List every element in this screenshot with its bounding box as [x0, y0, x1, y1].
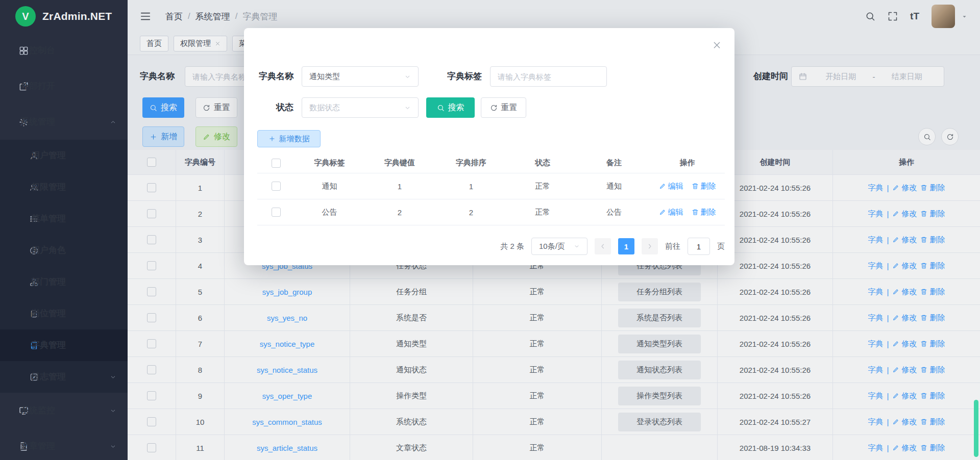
mth-1: 字典键值	[364, 158, 435, 168]
modal-edit-link[interactable]: 编辑	[659, 182, 683, 191]
goto-label: 前往	[665, 242, 680, 251]
modal-delete-label: 删除	[701, 208, 716, 217]
modal-table: 字典标签字典键值字典排序状态备注操作 通知 1 1 正常 通知 编辑 删除 公告…	[257, 153, 725, 225]
chevron-down-icon	[404, 73, 411, 80]
close-icon[interactable]	[712, 40, 722, 50]
modal-search-button[interactable]: 搜索	[426, 97, 475, 118]
modal-table-header-row: 字典标签字典键值字典排序状态备注操作	[257, 153, 725, 173]
next-page-button[interactable]	[642, 238, 658, 254]
dict-label-input[interactable]	[490, 66, 607, 87]
mcell-status: 正常	[507, 208, 578, 217]
chevron-left-icon	[599, 243, 606, 250]
mcell-select	[257, 182, 295, 191]
modal-delete-link[interactable]: 删除	[692, 208, 716, 217]
mcell-ops: 编辑 删除	[650, 182, 725, 191]
prev-page-button[interactable]	[595, 238, 611, 254]
pencil-icon	[659, 183, 666, 190]
mth-5: 操作	[650, 158, 725, 168]
status-select-placeholder: 数据状态	[309, 103, 340, 113]
modal-table-row: 通知 1 1 正常 通知 编辑 删除	[257, 173, 725, 199]
modal-dict-label-label: 字典标签	[439, 66, 482, 87]
modal-table-row: 公告 2 2 正常 公告 编辑 删除	[257, 199, 725, 225]
trash-icon	[692, 209, 699, 216]
pagination-total: 共 2 条	[500, 242, 524, 251]
mcell-sort: 2	[435, 208, 507, 217]
chevron-down-icon	[574, 243, 580, 249]
chevron-down-icon	[404, 105, 411, 111]
modal-select-all-checkbox[interactable]	[272, 159, 281, 168]
mcell-ops: 编辑 删除	[650, 208, 725, 217]
trash-icon	[692, 183, 699, 190]
dict-data-modal: 字典名称 通知类型 字典标签 状态 数据状态 搜索 重置 新增数据 字典标签字典…	[244, 28, 734, 265]
refresh-icon	[490, 104, 498, 112]
dict-name-select-value: 通知类型	[309, 72, 340, 82]
mcell-status: 正常	[507, 182, 578, 191]
mth-3: 状态	[507, 158, 578, 168]
modal-reset-button[interactable]: 重置	[481, 97, 526, 118]
scrollbar-thumb[interactable]	[974, 400, 978, 457]
plus-icon	[268, 135, 276, 142]
modal-status-label: 状态	[257, 97, 293, 118]
modal-delete-label: 删除	[701, 182, 716, 191]
mcell-remark: 公告	[578, 208, 650, 217]
mcell-label: 通知	[295, 182, 364, 191]
modal-edit-label: 编辑	[668, 182, 683, 191]
current-page-button[interactable]: 1	[618, 238, 634, 254]
mcell-select	[257, 208, 295, 217]
mcell-label: 公告	[295, 208, 364, 217]
modal-edit-label: 编辑	[668, 208, 683, 217]
goto-page-input[interactable]	[688, 238, 710, 255]
mcell-remark: 通知	[578, 182, 650, 191]
add-data-button[interactable]: 新增数据	[257, 130, 321, 147]
page-size-value: 10条/页	[539, 242, 565, 251]
mth-4: 备注	[578, 158, 650, 168]
modal-delete-link[interactable]: 删除	[692, 182, 716, 191]
pencil-icon	[659, 209, 666, 216]
mcell-value: 1	[364, 182, 435, 191]
mcell-value: 2	[364, 208, 435, 217]
modal-row-checkbox[interactable]	[272, 182, 281, 191]
modal-search-label: 搜索	[448, 103, 464, 113]
pagination: 共 2 条 10条/页 1 前往 页	[244, 236, 734, 257]
modal-row-checkbox[interactable]	[272, 208, 281, 217]
search-icon	[437, 104, 445, 112]
mcell-sort: 1	[435, 182, 507, 191]
mth-2: 字典排序	[435, 158, 507, 168]
page-unit-label: 页	[717, 242, 725, 251]
page-size-select[interactable]: 10条/页	[531, 238, 587, 255]
modal-dict-name-label: 字典名称	[257, 66, 293, 87]
mth-select	[257, 159, 295, 168]
dict-name-select[interactable]: 通知类型	[302, 66, 419, 87]
add-data-label: 新增数据	[279, 134, 310, 144]
modal-reset-label: 重置	[501, 103, 518, 113]
chevron-right-icon	[646, 243, 653, 250]
status-select[interactable]: 数据状态	[302, 97, 419, 118]
mth-0: 字典标签	[295, 158, 364, 168]
modal-edit-link[interactable]: 编辑	[659, 208, 683, 217]
